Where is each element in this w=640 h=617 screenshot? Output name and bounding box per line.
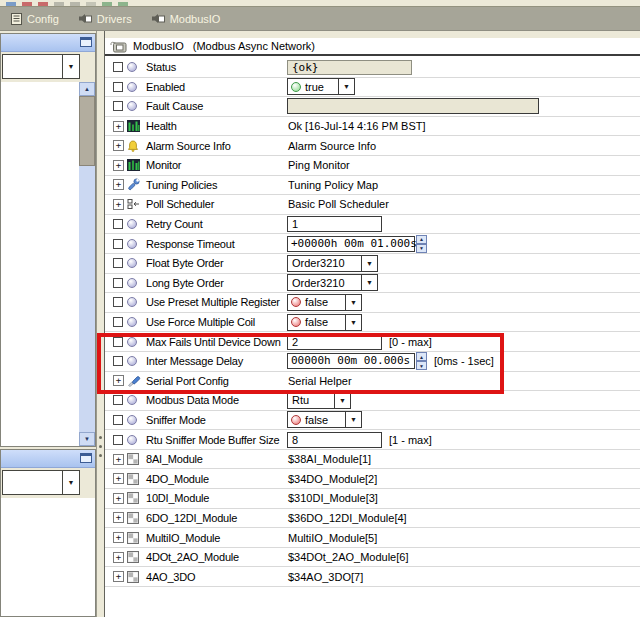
row-checkbox[interactable] xyxy=(113,101,123,111)
combobox-value[interactable] xyxy=(3,471,62,494)
property-rows: Status{ok}EnabledtrueFault CauseHealthOk… xyxy=(105,58,640,617)
combobox-arrow-icon[interactable] xyxy=(62,55,79,78)
value-dropdown[interactable]: false xyxy=(287,294,362,311)
property-orb-icon xyxy=(127,317,137,327)
value-text: Ping Monitor xyxy=(287,159,350,171)
value-dropdown[interactable]: Rtu xyxy=(287,392,351,409)
value-time-field[interactable]: 00000h 00m 00.000s xyxy=(287,353,415,369)
row-checkbox[interactable] xyxy=(113,297,123,307)
expand-plus-icon[interactable] xyxy=(113,140,124,151)
row-checkbox[interactable] xyxy=(113,278,123,288)
pane-maximize-icon[interactable] xyxy=(80,37,92,47)
combobox-arrow-icon[interactable] xyxy=(62,471,79,494)
row-checkbox[interactable] xyxy=(113,435,123,445)
lead-cell xyxy=(113,552,127,563)
row-checkbox[interactable] xyxy=(113,395,123,405)
value-text: Ok [16-Jul-14 4:16 PM BST] xyxy=(287,120,426,132)
dropdown-arrow-icon[interactable] xyxy=(361,275,377,290)
expand-plus-icon[interactable] xyxy=(113,473,124,484)
icon-cell xyxy=(127,219,146,229)
row-checkbox[interactable] xyxy=(113,219,123,229)
icon-cell xyxy=(127,415,146,425)
row-checkbox[interactable] xyxy=(113,337,123,347)
property-orb-icon xyxy=(127,62,137,72)
scrollbar[interactable] xyxy=(79,82,95,446)
expand-plus-icon[interactable] xyxy=(113,512,124,523)
icon-cell xyxy=(127,82,146,92)
scroll-thumb[interactable] xyxy=(79,96,95,166)
nav-tree-area[interactable] xyxy=(1,82,95,446)
pane-title-bar[interactable] xyxy=(1,450,95,468)
tab-drivers[interactable]: Drivers xyxy=(78,13,132,25)
property-label: Serial Port Config xyxy=(146,375,287,387)
value-dropdown[interactable]: true xyxy=(287,78,355,95)
row-checkbox[interactable] xyxy=(113,415,123,425)
dropdown-arrow-icon[interactable] xyxy=(334,393,350,408)
dropdown-arrow-icon[interactable] xyxy=(338,79,354,94)
row-checkbox[interactable] xyxy=(113,239,123,249)
scroll-up-button[interactable] xyxy=(79,82,95,96)
dropdown-arrow-icon[interactable] xyxy=(345,295,361,310)
value-time-field[interactable]: +00000h 00m 01.000s xyxy=(287,236,415,252)
value-dropdown[interactable]: false xyxy=(287,314,362,331)
pane-maximize-icon[interactable] xyxy=(80,453,92,463)
expand-plus-icon[interactable] xyxy=(113,160,124,171)
value-text: Serial Helper xyxy=(287,375,352,387)
property-row: Tuning PoliciesTuning Policy Map xyxy=(105,176,640,196)
row-checkbox[interactable] xyxy=(113,356,123,366)
nav-combobox-top[interactable] xyxy=(2,54,80,79)
expand-plus-icon[interactable] xyxy=(113,493,124,504)
value-text: $310DI_Module[3] xyxy=(287,492,378,504)
property-row: HealthOk [16-Jul-14 4:16 PM BST] xyxy=(105,117,640,137)
expand-plus-icon[interactable] xyxy=(113,179,124,190)
poll-icon xyxy=(127,198,141,210)
spinner-down-icon[interactable] xyxy=(416,361,427,370)
dropdown-arrow-icon[interactable] xyxy=(345,412,361,427)
value-input-field[interactable]: 2 xyxy=(287,334,382,350)
value-dropdown[interactable]: false xyxy=(287,411,362,428)
expand-plus-icon[interactable] xyxy=(113,532,124,543)
module-icon xyxy=(127,571,139,583)
value-dropdown[interactable]: Order3210 xyxy=(287,255,378,272)
tab-config[interactable]: Config xyxy=(11,13,59,25)
module-icon xyxy=(127,453,139,465)
lead-cell xyxy=(113,239,127,249)
value-input-field[interactable]: 1 xyxy=(287,216,382,232)
nav-combobox-bottom[interactable] xyxy=(2,470,80,495)
pane-splitter[interactable] xyxy=(96,31,105,617)
property-label: Status xyxy=(146,61,287,73)
dropdown-value: Order3210 xyxy=(288,277,361,289)
combobox-value[interactable] xyxy=(3,55,62,78)
expand-plus-icon[interactable] xyxy=(113,375,124,386)
row-checkbox[interactable] xyxy=(113,258,123,268)
expand-plus-icon[interactable] xyxy=(113,571,124,582)
spinner-up-icon[interactable] xyxy=(416,352,427,361)
lead-cell xyxy=(113,278,127,288)
property-row: Enabledtrue xyxy=(105,78,640,98)
expand-plus-icon[interactable] xyxy=(113,121,124,132)
value-text-field[interactable] xyxy=(287,98,539,114)
tab-modbusio[interactable]: ModbusIO xyxy=(151,13,221,25)
value-dropdown[interactable]: Order3210 xyxy=(287,274,378,291)
row-checkbox[interactable] xyxy=(113,62,123,72)
spinner-up-icon[interactable] xyxy=(416,235,427,244)
dropdown-arrow-icon[interactable] xyxy=(361,256,377,271)
sheet-top-margin xyxy=(105,31,640,38)
scroll-down-button[interactable] xyxy=(79,432,95,446)
row-checkbox[interactable] xyxy=(113,317,123,327)
expand-plus-icon[interactable] xyxy=(113,454,124,465)
lead-cell xyxy=(113,179,127,190)
pane-title-bar[interactable] xyxy=(1,34,95,52)
config-icon xyxy=(11,13,22,25)
nav-tree-area[interactable] xyxy=(1,498,95,616)
expand-plus-icon[interactable] xyxy=(113,552,124,563)
spinner-down-icon[interactable] xyxy=(416,244,427,253)
expand-plus-icon[interactable] xyxy=(113,199,124,210)
icon-cell xyxy=(127,297,146,307)
value-cell: $34DOt_2AO_Module[6] xyxy=(287,551,408,563)
dropdown-arrow-icon[interactable] xyxy=(345,315,361,330)
icon-cell xyxy=(127,473,146,485)
row-checkbox[interactable] xyxy=(113,82,123,92)
value-input-field[interactable]: 8 xyxy=(287,432,382,448)
value-cell: {ok} xyxy=(287,60,412,75)
